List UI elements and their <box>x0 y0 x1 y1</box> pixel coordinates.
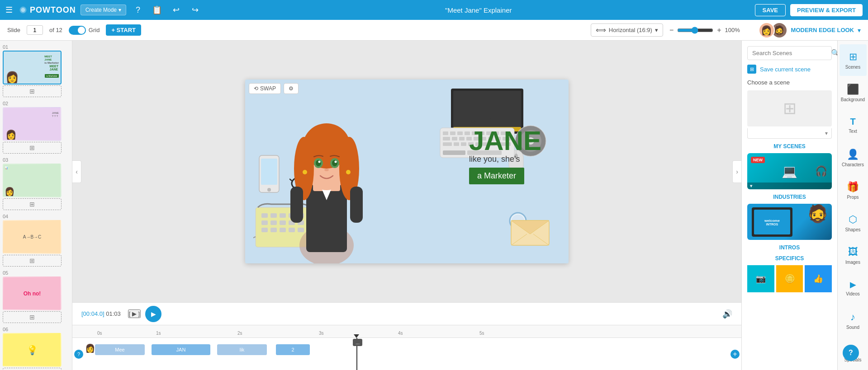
undo-button[interactable]: ↩ <box>169 3 183 17</box>
svg-rect-45 <box>261 159 277 185</box>
timeline-help-button[interactable]: ? <box>74 350 83 359</box>
collapse-right-button[interactable]: › <box>732 160 741 183</box>
slide-add-button-2[interactable]: ⊞ <box>3 142 62 154</box>
save-current-scene-button[interactable]: ⊞ Save current scene <box>747 65 811 74</box>
choose-scene-label: Choose a scene <box>747 79 832 86</box>
timeline-more-button[interactable]: ... <box>353 339 362 346</box>
create-mode-button[interactable]: Create Mode ▾ <box>81 5 126 15</box>
playhead-marker <box>354 334 359 338</box>
settings-button[interactable]: ⚙ <box>284 83 299 94</box>
scene-dropdown-button[interactable]: ▾ <box>747 128 832 139</box>
zoom-slider[interactable] <box>677 27 713 34</box>
industries-scene-card[interactable]: NEW 💻 🎧 ▾ <box>747 153 832 189</box>
specifics-card-2[interactable]: 🪙 <box>776 265 803 292</box>
slide-thumb-3[interactable]: 📊 👩 <box>3 164 62 197</box>
timeline-clip-2[interactable]: 2 <box>276 344 310 355</box>
svg-point-1 <box>21 8 25 12</box>
character-jane[interactable] <box>281 87 372 263</box>
playback-controls: [ ▶ ] ▶ <box>128 306 161 322</box>
envelope-object[interactable] <box>510 217 550 246</box>
timeline-add-button[interactable]: + <box>730 350 740 359</box>
characters-icon-item[interactable]: 👤 Characters <box>840 142 867 173</box>
play-icon: ▶ <box>151 310 156 318</box>
scenes-search-input[interactable] <box>752 50 828 56</box>
search-button[interactable]: 🔍 <box>831 49 837 57</box>
slide-item[interactable]: 06 💡 ⊞ <box>3 327 69 370</box>
shapes-icon: ⬡ <box>849 214 857 225</box>
intros-character-icon: 🧔 <box>807 204 828 224</box>
grid-label: Grid <box>89 27 100 33</box>
intros-scene-card[interactable]: welcome INTROS 🧔 ▾ <box>747 204 832 240</box>
svg-rect-16 <box>443 131 448 135</box>
specifics-card-1[interactable]: 📷 <box>747 265 774 292</box>
videos-icon-item[interactable]: ▶ Videos <box>840 272 867 304</box>
canvas-wrapper: ‹ › ⟲ SWAP ⚙ <box>72 41 741 302</box>
svg-rect-17 <box>450 131 455 135</box>
volume-button[interactable]: 🔊 <box>722 309 732 319</box>
slide-add-button-1[interactable]: ⊞ <box>3 85 62 97</box>
slide-thumb-5[interactable]: Oh no! <box>3 276 62 310</box>
svg-rect-35 <box>454 142 459 146</box>
right-panel-content: 🔍 ⊞ Save current scene Choose a scene ⊞ … <box>742 41 837 370</box>
slide-add-button-5[interactable]: ⊞ <box>3 311 62 323</box>
slide-thumb-6[interactable]: 💡 <box>3 333 62 367</box>
slide-item[interactable]: 04 A→B→C ⊞ <box>3 214 69 267</box>
scene-preview-box[interactable]: ⊞ <box>747 90 832 126</box>
timeline-clip-mee[interactable]: Mee <box>95 344 145 355</box>
slide-number-input[interactable] <box>27 25 43 35</box>
swap-button[interactable]: ⟲ SWAP <box>249 83 281 94</box>
props-icon-item[interactable]: 🎁 Props <box>840 174 867 206</box>
svg-point-86 <box>303 170 307 174</box>
menu-icon[interactable]: ☰ <box>5 5 13 15</box>
slide-item[interactable]: 05 Oh no! ⊞ <box>3 270 69 323</box>
videos-icon-label: Videos <box>846 291 859 296</box>
save-button[interactable]: SAVE <box>755 4 786 16</box>
start-button[interactable]: + START <box>106 24 141 36</box>
shapes-icon-item[interactable]: ⬡ Shapes <box>840 207 867 239</box>
background-icon-item[interactable]: ⬛ Background <box>840 77 867 108</box>
collapse-left-button[interactable]: ‹ <box>72 160 81 183</box>
jane-text: JANE <box>469 127 541 155</box>
floating-help-button[interactable]: ? <box>843 345 859 361</box>
play-main-button[interactable]: ▶ <box>145 306 161 322</box>
undo-docs-button[interactable]: 📋 <box>150 3 164 17</box>
images-icon: 🖼 <box>848 246 858 258</box>
redo-button[interactable]: ↪ <box>188 3 202 17</box>
slide-add-button-6[interactable]: ⊞ <box>3 368 62 370</box>
play-bracket-button[interactable]: [ ▶ ] <box>128 309 141 318</box>
grid-toggle[interactable] <box>69 26 86 35</box>
props-icon: 🎁 <box>847 181 859 193</box>
slide-item[interactable]: 02 👩 JANE? ? ? ⊞ <box>3 101 69 154</box>
slide-thumb-1[interactable]: 👩 MEETJANEis Marketer is Marketer <box>3 51 62 84</box>
sound-icon-item[interactable]: ♪ Sound <box>840 304 867 336</box>
scenes-icon-item[interactable]: ⊞ Scenes <box>840 44 867 76</box>
zoom-plus[interactable]: + <box>717 26 721 34</box>
theme-label[interactable]: MODERN EDGE LOOK <box>791 27 854 33</box>
theme-dropdown-icon[interactable]: ▾ <box>858 27 861 34</box>
slide-thumb-4[interactable]: A→B→C <box>3 220 62 254</box>
avatar-1: 👩 <box>759 22 775 38</box>
powtoon-logo-icon <box>19 6 27 14</box>
slide-item[interactable]: 01 👩 MEETJANEis Marketer is Marketer ⊞ <box>3 44 69 97</box>
smartphone-object[interactable] <box>258 154 280 194</box>
timeline-clip-jan[interactable]: JAN <box>152 344 210 355</box>
zoom-minus[interactable]: − <box>669 26 674 34</box>
help-button[interactable]: ? <box>131 3 145 17</box>
svg-rect-18 <box>457 131 463 135</box>
slide-item[interactable]: 03 📊 👩 ⊞ <box>3 157 69 210</box>
text-icon-item[interactable]: T Text <box>840 109 867 141</box>
images-icon-item[interactable]: 🖼 Images <box>840 239 867 271</box>
industries-laptop-icon: 💻 <box>782 164 797 179</box>
timeline-tracks: ? Mee JAN lik 2 ... <box>72 338 741 370</box>
videos-icon: ▶ <box>850 280 856 290</box>
slide-add-button-3[interactable]: ⊞ <box>3 198 62 210</box>
preview-export-button[interactable]: PREVIEW & EXPORT <box>790 4 863 16</box>
slide-thumb-2[interactable]: 👩 JANE? ? ? <box>3 107 62 141</box>
specifics-card-3[interactable]: 👍 <box>805 265 832 292</box>
scene-grid-icon: ⊞ <box>783 99 797 118</box>
timeline-clip-lik[interactable]: lik <box>217 344 267 355</box>
slide-add-button-4[interactable]: ⊞ <box>3 255 62 267</box>
resolution-button[interactable]: ⟺ Horizontal (16:9) ▾ <box>591 23 663 37</box>
slide-label-text: Slide <box>7 27 20 33</box>
my-scenes-label: MY SCENES <box>747 143 832 150</box>
